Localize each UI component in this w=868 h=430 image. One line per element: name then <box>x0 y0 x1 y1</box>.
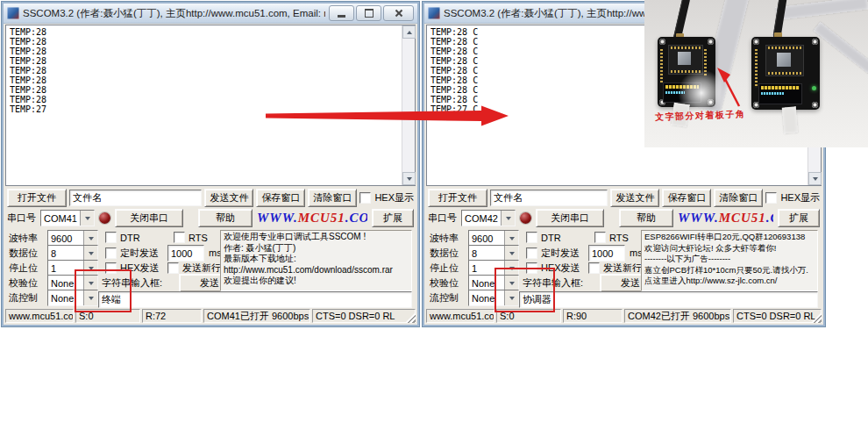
file-row: 打开文件 发送文件 保存窗口 清除窗口 HEX显示 <box>7 189 414 206</box>
chevron-down-icon[interactable] <box>504 231 518 246</box>
annotation-box-terminal-input <box>75 269 132 312</box>
timed-send-checkbox[interactable] <box>526 247 537 259</box>
sscom-window-left: SSCOM3.2 (作者:聂小猛(丁丁), 主页http://www.mcu51… <box>2 2 419 326</box>
hex-display-label: HEX显示 <box>780 191 820 204</box>
send-newline-checkbox[interactable] <box>167 262 179 274</box>
dtr-option[interactable]: DTR <box>105 232 140 243</box>
app-icon <box>7 7 19 19</box>
hex-display-checkbox[interactable] <box>765 192 777 204</box>
dtr-checkbox[interactable] <box>526 232 537 243</box>
chevron-down-icon[interactable] <box>80 211 94 226</box>
scroll-down-icon[interactable] <box>808 172 822 185</box>
screenshot-canvas: SSCOM3.2 (作者:聂小猛(丁丁), 主页http://www.mcu51… <box>0 0 868 430</box>
status-signals: CTS=0 DSR=0 RL <box>733 309 822 323</box>
string-input[interactable] <box>519 291 818 308</box>
hex-display-option[interactable]: HEX显示 <box>765 191 820 204</box>
info-panel: 欢迎使用专业串口调试工具SSCOM !作者: 聂小猛(丁丁)最新版本下载地址:h… <box>220 230 412 291</box>
close-port-button[interactable]: 关闭串口 <box>536 209 604 227</box>
hex-display-option[interactable]: HEX显示 <box>359 191 414 204</box>
chevron-down-icon[interactable] <box>83 246 97 261</box>
oled-display <box>758 83 802 104</box>
hex-display-label: HEX显示 <box>374 191 414 204</box>
cable-connector <box>782 106 799 133</box>
titlebar-left[interactable]: SSCOM3.2 (作者:聂小猛(丁丁), 主页http://www.mcu51… <box>4 4 417 24</box>
open-file-button[interactable]: 打开文件 <box>7 189 67 207</box>
chevron-down-icon[interactable] <box>504 246 518 261</box>
chevron-down-icon[interactable] <box>83 231 97 246</box>
ribbon-cable <box>813 22 868 74</box>
mcu51-logo[interactable]: WWW.MCU51.COM <box>257 211 367 226</box>
send-newline-option[interactable]: 发送新行 <box>167 262 221 275</box>
window-title: SSCOM3.2 (作者:聂小猛(丁丁), 主页http://www.m <box>444 7 665 20</box>
dev-board-right <box>751 37 820 110</box>
scroll-down-icon[interactable] <box>402 172 416 185</box>
minimize-button[interactable] <box>329 5 354 21</box>
file-name-input[interactable] <box>490 190 608 206</box>
dtr-checkbox[interactable] <box>105 232 117 243</box>
timed-send-option[interactable]: 定时发送 <box>526 247 580 260</box>
expand-button[interactable]: 扩展 <box>778 209 820 227</box>
timed-send-checkbox[interactable] <box>105 247 117 259</box>
settings-panel: 波特率 9600 数据位 8 停止位 1 校验位 None 流控制 None D… <box>7 230 414 309</box>
port-open-led <box>99 212 110 224</box>
status-bar: www.mcu51.cor S:0 R:72 COM41已打开 9600bps … <box>5 309 416 323</box>
send-newline-checkbox[interactable] <box>588 262 600 274</box>
close-button[interactable] <box>383 5 414 21</box>
com-port-select[interactable]: COM42 <box>461 210 516 226</box>
save-window-button[interactable]: 保存窗口 <box>256 189 305 207</box>
hex-display-checkbox[interactable] <box>359 192 371 204</box>
minimize-icon <box>338 15 345 18</box>
dev-board-left <box>658 37 715 107</box>
rts-option[interactable]: RTS <box>594 232 629 243</box>
port-open-led <box>520 212 531 224</box>
status-site: www.mcu51.cor <box>426 309 494 323</box>
dtr-option[interactable]: DTR <box>526 232 561 243</box>
send-file-button[interactable]: 发送文件 <box>204 189 253 207</box>
interval-input[interactable] <box>167 245 204 262</box>
close-port-button[interactable]: 关闭串口 <box>115 209 183 227</box>
status-received: R:72 <box>142 309 202 323</box>
com-port-select[interactable]: COM41 <box>40 210 95 226</box>
status-led <box>812 86 816 90</box>
rts-option[interactable]: RTS <box>174 232 208 243</box>
ribbon-cable <box>775 0 868 20</box>
status-port: COM42已打开 9600bps 8 <box>624 309 731 323</box>
mcu51-logo[interactable]: WWW.MCU51.COM <box>678 211 773 226</box>
open-file-button[interactable]: 打开文件 <box>428 189 487 207</box>
clear-window-button[interactable]: 清除窗口 <box>308 189 357 207</box>
maximize-button[interactable] <box>356 5 381 21</box>
app-icon <box>428 7 440 19</box>
status-port: COM41已打开 9600bps 8 <box>203 309 310 323</box>
file-name-input[interactable] <box>69 190 202 206</box>
terminal-scrollbar[interactable] <box>402 25 415 185</box>
info-panel: ESP8266WIFI转串口20元,QQ群120693138欢迎访问大虾论坛! … <box>641 230 818 291</box>
chevron-down-icon[interactable] <box>501 211 515 226</box>
scroll-up-icon[interactable] <box>402 25 416 39</box>
interval-input[interactable] <box>588 245 625 262</box>
window-title: SSCOM3.2 (作者:聂小猛(丁丁), 主页http://www.mcu51… <box>23 7 325 20</box>
serial-row: 串口号 COM42 关闭串口 帮助 WWW.MCU51.COM 扩展 <box>428 209 820 227</box>
timed-send-option[interactable]: 定时发送 <box>105 247 159 260</box>
send-file-button[interactable]: 发送文件 <box>610 189 659 207</box>
serial-row: 串口号 COM41 关闭串口 帮助 WWW.MCU51.COM 扩展 <box>7 209 414 227</box>
terminal-lines: TEMP:28TEMP:28TEMP:28TEMP:28TEMP:28TEMP:… <box>10 27 400 183</box>
status-received: R:90 <box>563 309 623 323</box>
com-port-label: 串口号 <box>7 211 36 225</box>
status-bar: www.mcu51.cor S:0 R:90 COM42已打开 9600bps … <box>426 309 822 323</box>
rts-checkbox[interactable] <box>174 232 185 243</box>
terminal-output[interactable]: TEMP:28TEMP:28TEMP:28TEMP:28TEMP:28TEMP:… <box>5 25 416 186</box>
string-input[interactable] <box>98 291 412 308</box>
expand-button[interactable]: 扩展 <box>372 209 414 227</box>
clear-window-button[interactable]: 清除窗口 <box>714 189 763 207</box>
annotation-box-coordinator-input <box>494 268 555 312</box>
settings-panel: 波特率 9600 数据位 8 停止位 1 校验位 None 流控制 None D… <box>428 230 820 309</box>
status-site: www.mcu51.cor <box>5 309 74 323</box>
send-newline-option[interactable]: 发送新行 <box>588 262 642 275</box>
help-button[interactable]: 帮助 <box>198 209 253 227</box>
rts-checkbox[interactable] <box>594 232 606 243</box>
save-window-button[interactable]: 保存窗口 <box>662 189 711 207</box>
help-button[interactable]: 帮助 <box>619 209 673 227</box>
file-row: 打开文件 发送文件 保存窗口 清除窗口 HEX显示 <box>428 189 820 206</box>
caption-buttons <box>329 5 414 21</box>
com-port-label: 串口号 <box>428 211 457 225</box>
